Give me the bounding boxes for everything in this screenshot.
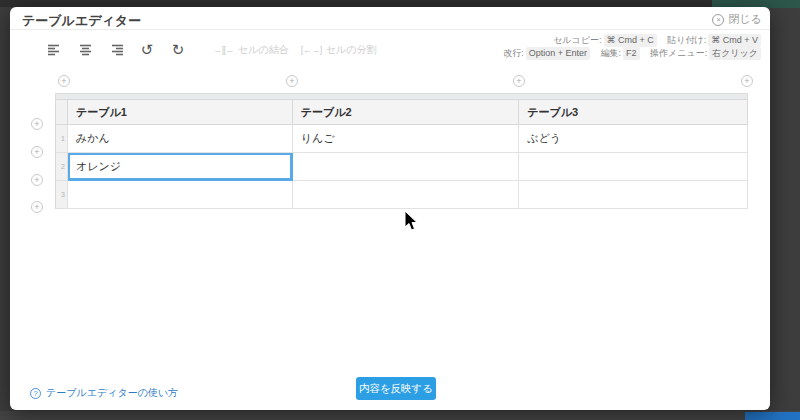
apply-contents-button[interactable]: 内容を反映する bbox=[356, 377, 436, 400]
shortcut-line-2: 改行:Option + Enter 編集:F2 操作メニュー:右クリック bbox=[495, 47, 761, 60]
align-left-button[interactable] bbox=[46, 42, 62, 58]
shortcut-line-1: セルコピー:⌘ Cmd + C 貼り付け:⌘ Cmd + V bbox=[495, 34, 761, 47]
table-cell[interactable]: りんご bbox=[293, 125, 520, 153]
close-button[interactable]: × 閉じる bbox=[712, 12, 762, 27]
background-overlay-top bbox=[0, 0, 800, 7]
table-header-row: テーブル1 テーブル2 テーブル3 bbox=[56, 100, 748, 125]
edit-shortcut-label: 編集: bbox=[600, 48, 621, 58]
insert-row-button[interactable]: + bbox=[31, 201, 43, 213]
insert-column-button[interactable]: + bbox=[286, 75, 298, 87]
merge-cells-button[interactable]: →][← セルの結合 bbox=[213, 43, 289, 57]
table-cell[interactable] bbox=[293, 153, 520, 181]
background-overlay-bottom bbox=[0, 411, 800, 420]
paste-shortcut-key: ⌘ Cmd + V bbox=[708, 34, 761, 47]
header-cell[interactable]: テーブル1 bbox=[68, 100, 293, 125]
align-right-button[interactable] bbox=[108, 42, 124, 58]
redo-button[interactable]: ↻ bbox=[170, 42, 186, 58]
menu-shortcut-key: 右クリック bbox=[709, 47, 761, 60]
split-cell-label: セルの分割 bbox=[326, 43, 377, 57]
close-label: 閉じる bbox=[728, 12, 762, 27]
copy-shortcut-label: セルコピー: bbox=[553, 35, 601, 45]
modal-header: テーブルエディター × 閉じる bbox=[10, 7, 770, 30]
help-link-label: テーブルエディターの使い方 bbox=[46, 386, 178, 400]
table-row: 1 みかん りんご ぶどう bbox=[56, 125, 748, 153]
table-editor-modal: テーブルエディター × 閉じる ↺ ↻ →][← bbox=[10, 7, 770, 410]
insert-column-button[interactable]: + bbox=[58, 75, 70, 87]
align-center-icon bbox=[79, 44, 92, 56]
help-icon: ? bbox=[30, 388, 41, 399]
help-link[interactable]: ? テーブルエディターの使い方 bbox=[30, 386, 178, 400]
table-cell[interactable]: みかん bbox=[68, 125, 293, 153]
selected-table-cell[interactable]: オレンジ bbox=[68, 153, 293, 181]
table-grid: テーブル1 テーブル2 テーブル3 1 みかん りんご ぶどう 2 オレンジ 3 bbox=[55, 99, 748, 209]
undo-button[interactable]: ↺ bbox=[139, 42, 155, 58]
insert-row-button[interactable]: + bbox=[31, 146, 43, 158]
merge-cells-icon: →][← bbox=[213, 45, 234, 55]
modal-title: テーブルエディター bbox=[22, 12, 141, 30]
split-cell-icon: [←→] bbox=[301, 45, 322, 55]
close-icon: × bbox=[712, 14, 724, 26]
redo-icon: ↻ bbox=[172, 42, 185, 58]
header-cell[interactable]: テーブル3 bbox=[519, 100, 748, 125]
paste-shortcut-label: 貼り付け: bbox=[667, 35, 706, 45]
align-center-button[interactable] bbox=[77, 42, 93, 58]
header-cell[interactable]: テーブル2 bbox=[293, 100, 520, 125]
table-row: 3 bbox=[56, 181, 748, 209]
insert-column-button[interactable]: + bbox=[513, 75, 525, 87]
undo-icon: ↺ bbox=[141, 42, 154, 58]
insert-row-button[interactable]: + bbox=[31, 174, 43, 186]
split-cell-button[interactable]: [←→] セルの分割 bbox=[301, 43, 377, 57]
merge-cells-label: セルの結合 bbox=[238, 43, 289, 57]
table-cell[interactable] bbox=[293, 181, 520, 209]
insert-column-button[interactable]: + bbox=[741, 75, 753, 87]
row-number[interactable]: 2 bbox=[56, 153, 68, 181]
table-cell[interactable] bbox=[519, 181, 748, 209]
edit-shortcut-key: F2 bbox=[623, 47, 640, 60]
newline-shortcut-key: Option + Enter bbox=[526, 47, 590, 60]
row-number[interactable]: 1 bbox=[56, 125, 68, 153]
table-row: 2 オレンジ bbox=[56, 153, 748, 181]
table-cell[interactable] bbox=[68, 181, 293, 209]
table-editor-grid: + + + + + + + + テーブル1 テーブル2 テーブル3 1 みかん … bbox=[55, 93, 748, 209]
copy-shortcut-key: ⌘ Cmd + C bbox=[604, 34, 657, 47]
shortcut-hints: セルコピー:⌘ Cmd + C 貼り付け:⌘ Cmd + V 改行:Option… bbox=[495, 34, 761, 60]
table-cell[interactable]: ぶどう bbox=[519, 125, 748, 153]
align-left-icon bbox=[48, 44, 61, 56]
table-cell[interactable] bbox=[519, 153, 748, 181]
row-number[interactable]: 3 bbox=[56, 181, 68, 209]
toolbar: ↺ ↻ →][← セルの結合 [←→] セルの分割 bbox=[46, 37, 376, 63]
insert-row-button[interactable]: + bbox=[31, 118, 43, 130]
menu-shortcut-label: 操作メニュー: bbox=[650, 48, 707, 58]
align-right-icon bbox=[110, 44, 123, 56]
background-page-fragment-blue bbox=[745, 412, 800, 420]
newline-shortcut-label: 改行: bbox=[503, 48, 524, 58]
grid-corner bbox=[56, 100, 68, 125]
